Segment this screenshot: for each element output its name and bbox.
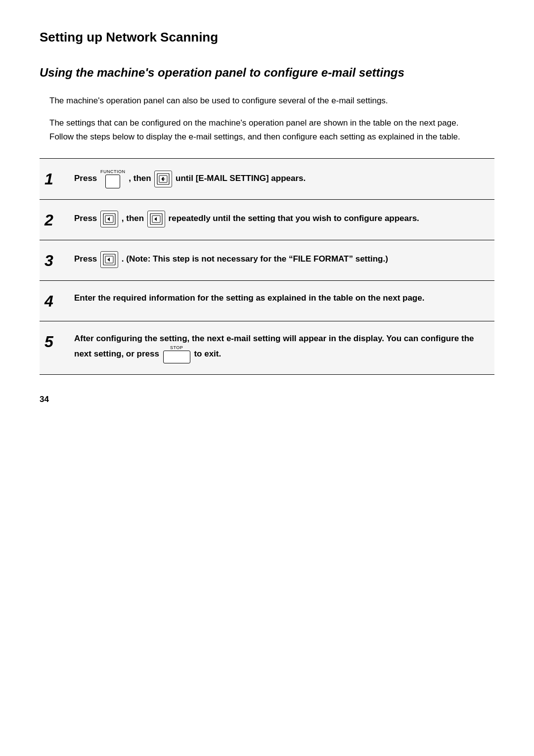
step4-text: Enter the required information for the s… <box>74 293 424 303</box>
svg-marker-6 <box>107 217 110 221</box>
step1-then-label: , then <box>129 174 153 183</box>
step-3-content: Press . (Note: This step is not necessar… <box>74 251 485 268</box>
step1-text-after: until [E-MAIL SETTING] appears. <box>176 174 306 183</box>
step-4: 4 Enter the required information for the… <box>40 281 494 321</box>
step-3: 3 Press . (Note: This step is not necess… <box>40 240 494 281</box>
nav-key-icon-3 <box>100 251 118 268</box>
step1-press-label: Press <box>74 174 99 183</box>
step-4-content: Enter the required information for the s… <box>74 292 485 305</box>
step-number-3: 3 <box>44 251 69 269</box>
step-2: 2 Press , then repeatedly until the sett… <box>40 200 494 240</box>
page-number: 34 <box>40 395 494 404</box>
step-5: 5 After configuring the setting, the nex… <box>40 321 494 374</box>
stop-key-icon: STOP <box>163 346 190 363</box>
section-title: Using the machine's operation panel to c… <box>40 65 494 80</box>
nav-key-icon-2b <box>147 211 165 227</box>
step-number-4: 4 <box>44 292 69 310</box>
svg-marker-9 <box>154 217 157 221</box>
step-number-5: 5 <box>44 332 69 351</box>
svg-marker-12 <box>107 258 110 262</box>
intro-paragraph-2: The settings that can be configured on t… <box>49 116 485 143</box>
step2-then-label: , then <box>122 214 146 223</box>
nav-key-icon-1 <box>154 171 172 187</box>
step-2-content: Press , then repeatedly until the settin… <box>74 211 485 227</box>
step-number-2: 2 <box>44 211 69 229</box>
step-number-1: 1 <box>44 170 69 188</box>
step5-text-after: to exit. <box>194 349 221 358</box>
steps-container: 1 Press FUNCTION , then until [E-MAIL SE… <box>40 158 494 375</box>
step-5-content: After configuring the setting, the next … <box>74 332 485 363</box>
step5-text-before: After configuring the setting, the next … <box>74 334 474 358</box>
page-title: Setting up Network Scanning <box>40 30 494 45</box>
step3-press-label: Press <box>74 254 99 264</box>
intro-paragraph-1: The machine's operation panel can also b… <box>49 94 485 107</box>
nav-key-icon-2a <box>100 211 118 227</box>
step2-press-label: Press <box>74 214 99 223</box>
step2-text-after: repeatedly until the setting that you wi… <box>169 214 419 223</box>
step-1-content: Press FUNCTION , then until [E-MAIL SETT… <box>74 170 485 188</box>
function-key-icon: FUNCTION <box>100 170 126 188</box>
step3-text-after: . (Note: This step is not necessary for … <box>122 254 388 264</box>
step-1: 1 Press FUNCTION , then until [E-MAIL SE… <box>40 159 494 200</box>
